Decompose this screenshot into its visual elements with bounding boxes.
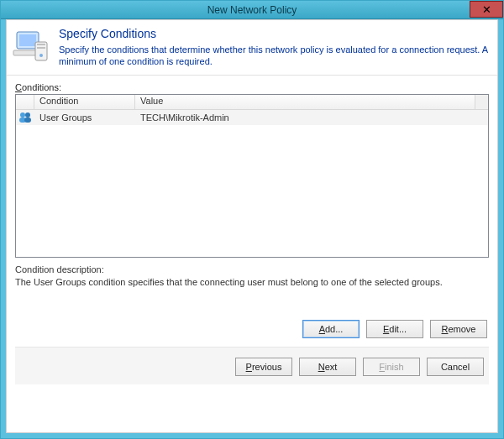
finish-button[interactable]: Finish: [363, 358, 420, 376]
header-text: Specify Conditions Specify the condition…: [59, 27, 489, 68]
svg-rect-1: [19, 34, 36, 46]
page-title: Specify Conditions: [59, 27, 489, 40]
close-button[interactable]: ✕: [470, 1, 503, 18]
svg-point-6: [39, 54, 43, 57]
svg-rect-10: [24, 118, 31, 123]
col-condition-header[interactable]: Condition: [34, 95, 135, 109]
wizard-header: Specify Conditions Specify the condition…: [7, 20, 497, 76]
row-value: TECH\Mikrotik-Admin: [135, 112, 488, 123]
svg-rect-5: [37, 47, 45, 49]
conditions-label: Conditions:: [15, 82, 489, 92]
wizard-buttons: Previous Next Finish Cancel: [15, 348, 489, 384]
scrollbar-gutter: [475, 95, 488, 109]
content-area: Conditions: Condition Value: [7, 76, 497, 432]
list-body: User Groups TECH\Mikrotik-Admin: [16, 110, 488, 257]
edit-button[interactable]: Edit...: [366, 320, 423, 338]
remove-button[interactable]: Remove: [430, 320, 487, 338]
list-header: Condition Value: [16, 95, 488, 110]
close-icon: ✕: [482, 3, 491, 16]
page-subtitle: Specify the conditions that determine wh…: [59, 44, 489, 68]
policy-computer-icon: [12, 27, 52, 67]
description-block: Condition description: The User Groups c…: [15, 264, 489, 300]
user-groups-icon: [16, 112, 34, 123]
svg-point-8: [25, 112, 30, 118]
titlebar: New Network Policy ✕: [1, 1, 503, 19]
row-condition: User Groups: [34, 112, 135, 123]
cancel-button[interactable]: Cancel: [427, 358, 484, 376]
condition-buttons: Add... Edit... Remove: [15, 300, 489, 348]
window-title: New Network Policy: [1, 4, 503, 16]
col-icon-header: [16, 95, 34, 109]
client-area: Specify Conditions Specify the condition…: [6, 19, 498, 433]
previous-button[interactable]: Previous: [235, 358, 292, 376]
window-frame: Specify Conditions Specify the condition…: [1, 19, 503, 438]
add-button[interactable]: Add...: [302, 320, 360, 338]
description-label: Condition description:: [15, 264, 489, 274]
table-row[interactable]: User Groups TECH\Mikrotik-Admin: [16, 110, 488, 125]
description-text: The User Groups condition specifies that…: [15, 276, 489, 300]
svg-rect-4: [37, 44, 45, 45]
next-button[interactable]: Next: [299, 358, 356, 376]
wizard-window: New Network Policy ✕: [0, 0, 504, 439]
svg-point-7: [20, 112, 25, 118]
conditions-list[interactable]: Condition Value: [15, 94, 489, 258]
col-value-header[interactable]: Value: [135, 95, 475, 109]
